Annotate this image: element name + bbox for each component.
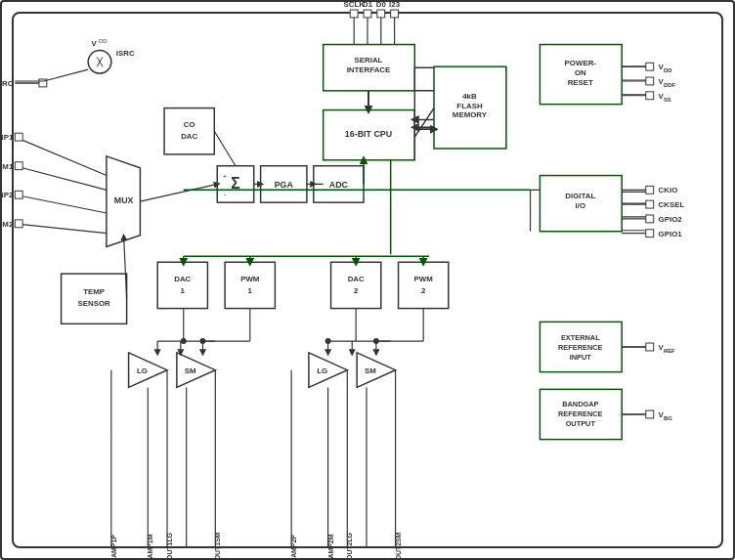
svg-rect-70 [15, 133, 22, 141]
svg-text:GPIO2: GPIO2 [659, 215, 683, 224]
svg-rect-88 [646, 92, 654, 100]
svg-text:16-BIT CPU: 16-BIT CPU [345, 129, 392, 139]
svg-text:ISRC: ISRC [116, 49, 135, 58]
svg-text:OUTPUT: OUTPUT [566, 419, 596, 428]
svg-text:V: V [91, 40, 97, 49]
svg-text:D1: D1 [363, 0, 373, 9]
svg-text:CO: CO [184, 120, 195, 129]
svg-text:REFERENCE: REFERENCE [558, 343, 603, 352]
svg-line-128 [140, 184, 217, 201]
svg-text:2: 2 [354, 286, 359, 295]
svg-text:VDD: VDD [659, 63, 673, 73]
svg-marker-52 [129, 353, 167, 387]
svg-rect-115 [377, 10, 385, 18]
svg-text:SENSOR: SENSOR [77, 299, 110, 308]
svg-rect-118 [391, 10, 399, 18]
svg-line-172 [44, 69, 88, 81]
svg-text:AMP2M: AMP2M [327, 534, 334, 558]
svg-point-192 [373, 338, 379, 344]
svg-text:PWM: PWM [240, 275, 260, 283]
svg-text:OUT2SM: OUT2SM [395, 532, 402, 560]
svg-text:LG: LG [317, 366, 327, 375]
diagram-container: SERIAL INTERFACE 16-BIT CPU 4kB FLASH ME… [0, 0, 735, 560]
svg-text:SERIAL: SERIAL [355, 56, 383, 65]
svg-text:PWM: PWM [414, 275, 434, 283]
svg-text:OUT1SM: OUT1SM [214, 532, 221, 560]
svg-text:1: 1 [248, 286, 253, 295]
svg-rect-103 [646, 343, 654, 351]
svg-text:EXTERNAL: EXTERNAL [561, 333, 600, 342]
svg-text:INM1: INM1 [0, 162, 14, 171]
svg-point-190 [200, 338, 206, 344]
svg-text:D0: D0 [376, 0, 387, 9]
svg-text:CKIO: CKIO [659, 186, 678, 194]
diagram-inner: SERIAL INTERFACE 16-BIT CPU 4kB FLASH ME… [12, 12, 723, 548]
svg-text:SM: SM [185, 366, 196, 375]
svg-text:I/O: I/O [576, 201, 586, 210]
svg-text:ON: ON [575, 68, 586, 77]
svg-point-189 [181, 338, 187, 344]
svg-text:DAC: DAC [174, 275, 191, 283]
svg-text:INP2: INP2 [0, 191, 14, 199]
svg-text:I23: I23 [389, 0, 401, 9]
svg-line-127 [214, 131, 236, 165]
svg-text:VSS: VSS [659, 92, 671, 103]
svg-text:VBG: VBG [659, 410, 673, 421]
svg-text:LG: LG [137, 366, 148, 375]
svg-text:FLASH: FLASH [456, 102, 483, 110]
svg-text:BANDGAP: BANDGAP [562, 400, 598, 409]
svg-text:TEMP: TEMP [83, 287, 105, 296]
svg-text:1: 1 [181, 286, 186, 295]
svg-rect-106 [646, 410, 654, 418]
svg-marker-58 [357, 353, 395, 387]
svg-rect-97 [646, 215, 654, 223]
svg-point-191 [325, 338, 331, 344]
svg-text:CKSEL: CKSEL [659, 200, 685, 209]
svg-line-75 [15, 194, 107, 213]
svg-line-125 [414, 108, 434, 138]
svg-rect-73 [15, 162, 22, 170]
svg-text:SCLK: SCLK [343, 0, 365, 9]
svg-text:VDDF: VDDF [659, 77, 676, 88]
svg-text:DIGITAL: DIGITAL [565, 192, 595, 200]
svg-text:DD: DD [99, 38, 108, 44]
svg-text:OUT2LG: OUT2LG [346, 533, 353, 560]
svg-text:ADC: ADC [329, 180, 349, 190]
svg-text:2: 2 [421, 286, 426, 295]
svg-marker-54 [177, 353, 215, 387]
svg-text:-: - [224, 191, 226, 197]
svg-line-78 [15, 224, 107, 234]
svg-text:DAC: DAC [181, 132, 197, 141]
svg-rect-100 [646, 230, 654, 237]
svg-text:MUX: MUX [114, 195, 134, 205]
svg-text:AMP1P: AMP1P [110, 535, 117, 558]
svg-text:+: + [223, 174, 227, 181]
svg-rect-109 [350, 10, 358, 18]
svg-rect-94 [646, 200, 654, 208]
svg-text:INP1: INP1 [0, 133, 14, 142]
svg-rect-112 [364, 10, 371, 18]
svg-text:PGA: PGA [275, 180, 294, 190]
svg-text:RESET: RESET [568, 78, 593, 87]
svg-rect-82 [646, 63, 654, 70]
svg-rect-91 [646, 186, 654, 194]
svg-text:DAC: DAC [348, 275, 365, 283]
svg-rect-85 [646, 77, 654, 85]
svg-text:POWER-: POWER- [565, 59, 597, 67]
svg-rect-79 [15, 220, 22, 228]
svg-text:ISRC: ISRC [0, 79, 14, 88]
svg-text:AMP1M: AMP1M [147, 534, 153, 558]
svg-text:INPUT: INPUT [570, 353, 592, 362]
svg-marker-56 [309, 353, 347, 387]
svg-rect-76 [15, 191, 22, 198]
diagram-svg: SERIAL INTERFACE 16-BIT CPU 4kB FLASH ME… [14, 14, 721, 546]
svg-text:VREF: VREF [659, 343, 675, 354]
svg-text:GPIO1: GPIO1 [659, 230, 683, 238]
svg-text:OUT1LG: OUT1LG [166, 533, 173, 560]
svg-text:SM: SM [365, 366, 376, 375]
svg-text:INTERFACE: INTERFACE [347, 65, 391, 74]
svg-text:AMP2P: AMP2P [290, 535, 297, 558]
svg-text:REFERENCE: REFERENCE [558, 409, 603, 418]
svg-text:4kB: 4kB [462, 92, 477, 101]
svg-text:MEMORY: MEMORY [453, 110, 488, 119]
